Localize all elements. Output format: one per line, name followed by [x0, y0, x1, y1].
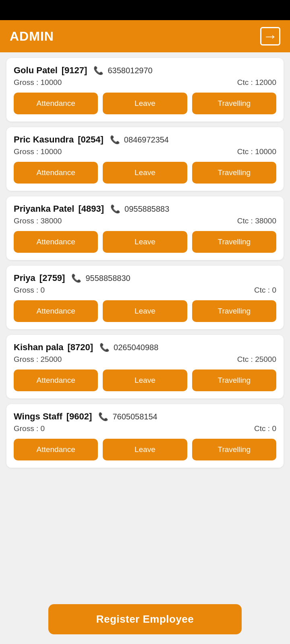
phone-icon: 📞	[99, 343, 110, 352]
employee-phone: 0265040988	[114, 343, 158, 352]
employee-actions: Attendance Leave Travelling	[14, 369, 276, 391]
employee-name: Wings Staff	[14, 411, 62, 422]
employee-gross: Gross : 0	[14, 424, 45, 433]
employee-card: Pric Kasundra [0254] 📞 0846972354 Gross …	[6, 127, 284, 191]
employee-card: Priyanka Patel [4893] 📞 0955885883 Gross…	[6, 196, 284, 260]
attendance-button[interactable]: Attendance	[14, 162, 98, 184]
employee-actions: Attendance Leave Travelling	[14, 93, 276, 114]
travelling-button[interactable]: Travelling	[192, 300, 276, 322]
employee-list: Golu Patel [9127] 📞 6358012970 Gross : 1…	[0, 52, 290, 644]
employee-gross: Gross : 10000	[14, 147, 62, 156]
leave-button[interactable]: Leave	[103, 162, 187, 184]
employee-phone: 0955885883	[124, 204, 169, 214]
phone-icon: 📞	[93, 66, 104, 75]
employee-name: Pric Kasundra	[14, 134, 74, 145]
employee-card: Priya [2759] 📞 9558858830 Gross : 0 Ctc …	[6, 266, 284, 329]
phone-icon: 📞	[110, 204, 120, 214]
employee-name: Priya	[14, 273, 35, 283]
employee-ctc: Ctc : 0	[254, 286, 276, 295]
bottom-bar: Register Employee	[0, 599, 290, 644]
phone-icon: 📞	[98, 412, 108, 421]
employee-id: [4893]	[78, 204, 104, 214]
employee-salary: Gross : 10000 Ctc : 10000	[14, 147, 276, 156]
employee-gross: Gross : 10000	[14, 78, 62, 87]
employee-salary: Gross : 25000 Ctc : 25000	[14, 355, 276, 364]
employee-ctc: Ctc : 25000	[237, 355, 276, 364]
employee-card: Wings Staff [9602] 📞 7605058154 Gross : …	[6, 404, 284, 468]
travelling-button[interactable]: Travelling	[192, 93, 276, 114]
employee-gross: Gross : 25000	[14, 355, 62, 364]
employee-salary: Gross : 0 Ctc : 0	[14, 286, 276, 295]
attendance-button[interactable]: Attendance	[14, 231, 98, 253]
phone-icon: 📞	[71, 273, 81, 283]
employee-name: Kishan pala	[14, 342, 63, 353]
employee-ctc: Ctc : 38000	[237, 217, 276, 225]
leave-button[interactable]: Leave	[103, 231, 187, 253]
attendance-button[interactable]: Attendance	[14, 93, 98, 114]
employee-name: Golu Patel	[14, 65, 58, 76]
employee-header: Pric Kasundra [0254] 📞 0846972354	[14, 134, 276, 145]
phone-icon: 📞	[110, 135, 120, 144]
employee-header: Wings Staff [9602] 📞 7605058154	[14, 411, 276, 422]
employee-salary: Gross : 0 Ctc : 0	[14, 424, 276, 433]
employee-id: [2759]	[39, 273, 65, 283]
employee-header: Priyanka Patel [4893] 📞 0955885883	[14, 204, 276, 214]
register-employee-button[interactable]: Register Employee	[48, 604, 242, 634]
employee-id: [8720]	[67, 342, 93, 353]
employee-ctc: Ctc : 10000	[237, 147, 276, 156]
employee-actions: Attendance Leave Travelling	[14, 162, 276, 184]
attendance-button[interactable]: Attendance	[14, 369, 98, 391]
leave-button[interactable]: Leave	[103, 300, 187, 322]
employee-card: Golu Patel [9127] 📞 6358012970 Gross : 1…	[6, 58, 284, 122]
employee-phone: 9558858830	[85, 274, 130, 283]
employee-header: Kishan pala [8720] 📞 0265040988	[14, 342, 276, 353]
leave-button[interactable]: Leave	[103, 439, 187, 460]
logout-button[interactable]: →	[260, 27, 280, 45]
travelling-button[interactable]: Travelling	[192, 162, 276, 184]
employee-ctc: Ctc : 12000	[237, 78, 276, 87]
attendance-button[interactable]: Attendance	[14, 300, 98, 322]
employee-actions: Attendance Leave Travelling	[14, 300, 276, 322]
employee-header: Golu Patel [9127] 📞 6358012970	[14, 65, 276, 76]
employee-salary: Gross : 10000 Ctc : 12000	[14, 78, 276, 87]
employee-gross: Gross : 0	[14, 286, 45, 295]
employee-id: [9602]	[66, 411, 92, 422]
travelling-button[interactable]: Travelling	[192, 231, 276, 253]
app-title: ADMIN	[10, 29, 54, 44]
employee-id: [9127]	[62, 65, 87, 76]
employee-name: Priyanka Patel	[14, 204, 74, 214]
attendance-button[interactable]: Attendance	[14, 439, 98, 460]
employee-phone: 0846972354	[124, 135, 169, 144]
employee-actions: Attendance Leave Travelling	[14, 439, 276, 460]
travelling-button[interactable]: Travelling	[192, 369, 276, 391]
employee-phone: 6358012970	[108, 66, 152, 75]
employee-salary: Gross : 38000 Ctc : 38000	[14, 217, 276, 225]
employee-actions: Attendance Leave Travelling	[14, 231, 276, 253]
leave-button[interactable]: Leave	[103, 369, 187, 391]
employee-ctc: Ctc : 0	[254, 424, 276, 433]
header: ADMIN →	[0, 20, 290, 52]
employee-id: [0254]	[78, 134, 104, 145]
employee-phone: 7605058154	[112, 412, 157, 421]
employee-gross: Gross : 38000	[14, 217, 62, 225]
employee-header: Priya [2759] 📞 9558858830	[14, 273, 276, 283]
leave-button[interactable]: Leave	[103, 93, 187, 114]
status-bar	[0, 0, 290, 20]
travelling-button[interactable]: Travelling	[192, 439, 276, 460]
employee-card: Kishan pala [8720] 📞 0265040988 Gross : …	[6, 335, 284, 398]
